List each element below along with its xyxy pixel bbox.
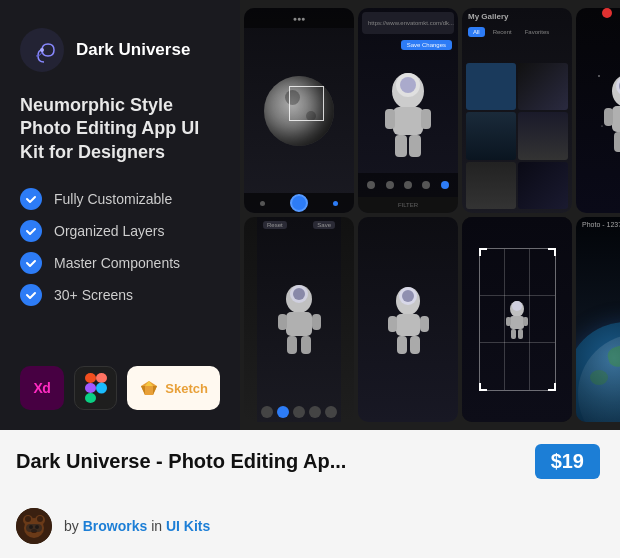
url-text: https://www.envatomkt.com/dk... <box>368 20 454 26</box>
svg-point-6 <box>96 383 107 394</box>
svg-rect-5 <box>85 393 96 403</box>
by-text: by <box>64 518 79 534</box>
tool-dot-4 <box>422 181 430 189</box>
tab-recent[interactable]: Recent <box>488 27 517 37</box>
svg-marker-10 <box>141 386 145 395</box>
screens-grid: ●●● <box>240 0 620 430</box>
feature-label-screens: 30+ Screens <box>54 287 133 303</box>
figma-icon <box>85 373 107 403</box>
screen-mockup-8: Photo - 12374... <box>576 217 620 422</box>
gallery-header: My Gallery <box>462 8 572 25</box>
features-list: Fully Customizable Organized Layers Mast… <box>20 188 220 306</box>
crop-screen <box>462 217 572 422</box>
feature-item-customizable: Fully Customizable <box>20 188 220 210</box>
svg-point-14 <box>400 77 416 93</box>
filter-icon-3 <box>293 406 305 418</box>
crop-corner-bl <box>479 383 487 391</box>
check-icon-layers <box>20 220 42 242</box>
tool-dot-3 <box>404 181 412 189</box>
feature-item-layers: Organized Layers <box>20 220 220 242</box>
svg-point-60 <box>37 516 43 522</box>
capture-button <box>290 194 308 212</box>
filter-label: FILTER <box>398 202 418 208</box>
photo-label: Photo - 12374... <box>576 217 620 232</box>
author-avatar <box>16 508 52 544</box>
astronaut-icon-screen5 <box>269 277 329 359</box>
product-title: Neumorphic Style Photo Editing App UI Ki… <box>20 94 220 164</box>
filter-icon-4 <box>309 406 321 418</box>
svg-rect-39 <box>301 336 311 354</box>
crop-corner-br <box>548 383 556 391</box>
reset-btn[interactable]: Reset <box>263 221 287 229</box>
tab-favorites[interactable]: Favorites <box>520 27 555 37</box>
avatar-icon <box>16 508 52 544</box>
moon-visual <box>264 76 334 146</box>
feature-label-components: Master Components <box>54 255 180 271</box>
thumb-5 <box>466 162 516 209</box>
tools-row: Xd <box>20 366 220 410</box>
svg-point-59 <box>25 516 31 522</box>
tool-sketch-badge: Sketch <box>127 366 220 410</box>
svg-rect-52 <box>523 317 528 326</box>
svg-rect-47 <box>410 336 420 354</box>
svg-rect-64 <box>26 524 42 532</box>
title-price-row: Dark Universe - Photo Editing Ap... $19 <box>0 430 620 487</box>
left-panel: Dark Universe Neumorphic Style Photo Edi… <box>0 0 240 430</box>
brand-name: Dark Universe <box>76 40 190 60</box>
svg-rect-23 <box>612 106 621 132</box>
filter-icon-5 <box>325 406 337 418</box>
svg-rect-15 <box>393 107 423 135</box>
edit-top-bar: Reset Save <box>257 217 341 233</box>
svg-rect-24 <box>604 108 613 126</box>
svg-rect-53 <box>511 329 516 339</box>
astronaut-crop-icon <box>502 298 532 340</box>
feature-item-screens: 30+ Screens <box>20 284 220 306</box>
preview-section: Dark Universe Neumorphic Style Photo Edi… <box>0 0 620 430</box>
svg-rect-16 <box>385 109 395 129</box>
price-badge: $19 <box>535 444 600 479</box>
tab-buttons: All Recent Favorites <box>462 25 572 39</box>
edit-screen-container: Reset Save <box>257 217 341 422</box>
svg-point-49 <box>512 301 522 311</box>
check-icon-screens <box>20 284 42 306</box>
svg-rect-54 <box>518 329 523 339</box>
feature-label-layers: Organized Layers <box>54 223 165 239</box>
svg-point-28 <box>598 75 600 77</box>
feature-label-customizable: Fully Customizable <box>54 191 172 207</box>
svg-rect-2 <box>85 373 96 383</box>
tool-xd-badge: Xd <box>20 366 64 410</box>
svg-rect-51 <box>506 317 511 326</box>
gallery-grid <box>462 39 572 213</box>
svg-rect-4 <box>85 383 96 393</box>
screen-1-controls <box>244 193 354 213</box>
sketch-icon <box>139 379 159 397</box>
svg-rect-38 <box>287 336 297 354</box>
in-text: in <box>151 518 162 534</box>
author-name[interactable]: Broworks <box>83 518 148 534</box>
control-dot-1 <box>260 201 265 206</box>
product-card: Dark Universe Neumorphic Style Photo Edi… <box>0 0 620 558</box>
notification-dot <box>602 8 612 18</box>
crop-corner-tl <box>479 248 487 256</box>
save-btn[interactable]: Save <box>313 221 335 229</box>
screen-mockup-6 <box>358 217 458 422</box>
filter-icon-1 <box>261 406 273 418</box>
svg-rect-46 <box>397 336 407 354</box>
author-category[interactable]: UI Kits <box>166 518 210 534</box>
thumb-1 <box>466 63 516 110</box>
bottom-bar: Dark Universe - Photo Editing Ap... $19 <box>0 430 620 558</box>
thumb-2 <box>518 63 568 110</box>
svg-rect-26 <box>614 132 621 152</box>
svg-rect-35 <box>286 312 312 336</box>
thumb-3 <box>466 112 516 159</box>
svg-rect-17 <box>421 109 431 129</box>
screen-mockup-4 <box>576 8 620 213</box>
tab-all[interactable]: All <box>468 27 485 37</box>
svg-point-1 <box>40 48 44 52</box>
svg-rect-19 <box>409 135 421 157</box>
svg-marker-11 <box>153 386 157 395</box>
screen-1-topbar: ●●● <box>244 8 354 28</box>
svg-rect-3 <box>96 373 107 383</box>
svg-point-31 <box>601 125 602 126</box>
sketch-label: Sketch <box>165 381 208 396</box>
